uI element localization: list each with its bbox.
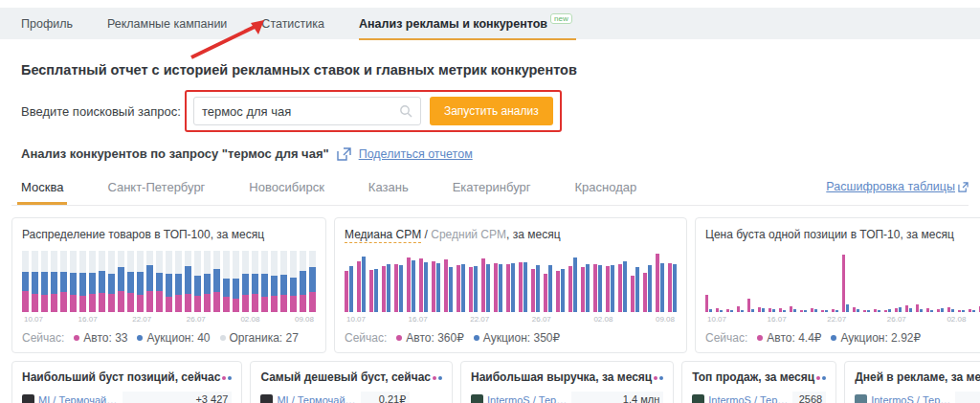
search-icon [399,104,412,118]
nav-item-3[interactable]: Анализ рекламы и конкурентовnew [359,17,572,31]
bar-segment-Аукцион [60,272,67,292]
x-tick: 22.07 [827,315,846,324]
product-link[interactable]: IntermoS / Термос ... [708,394,791,403]
chart-title: Медиана CPM / Средний CPM, за месяц [345,228,677,241]
bar-Аукцион [673,264,677,312]
nav-item-2[interactable]: Статистика [261,17,324,31]
product-link[interactable]: MI / Термочайник ... [38,394,121,403]
x-tick: 09.08 [295,315,314,324]
city-tab-4[interactable]: Екатеринбург [453,170,531,205]
legend-text: Авто: 360₽ [406,331,463,345]
product-thumbnail [692,394,704,403]
bar-pair [737,306,744,312]
bar-Аукцион [586,264,590,312]
bar-Авто [419,258,423,312]
bar-Аукцион [536,265,540,312]
bar-Авто [606,266,610,312]
bar-segment-Авто [290,296,297,312]
bar-Авто [758,307,761,312]
bar-Аукцион [920,309,923,312]
bar-Аукцион [899,307,902,312]
bar-Авто [643,273,647,312]
bar-segment-Органика [204,251,211,274]
nav-item-0[interactable]: Профиль [21,17,73,31]
bar-Авто [556,271,560,312]
bar-Авто [631,276,635,312]
stat-row: MI / Термочайник ...+3 427 [22,392,232,403]
legend-dot [822,376,826,380]
bar-Авто [874,309,877,312]
cpm-median-toggle[interactable]: Медиана CPM [345,228,421,243]
bar-segment-Органика [300,251,306,271]
bar-Авто [800,310,803,312]
bar-pair [969,309,975,312]
bar-Авто [705,295,708,312]
bar-segment-Органика [79,251,86,273]
stacked-bar [41,251,48,312]
nav-item-1[interactable]: Рекламные кампании [107,17,227,31]
bar-segment-Аукцион [300,271,306,296]
legend-dot [74,335,79,341]
bar-segment-Органика [22,251,29,272]
legend-text: Аукцион: 40 [146,331,210,345]
new-badge: new [550,13,572,24]
bar-Авто [790,306,792,312]
share-icon[interactable] [337,147,351,161]
value-bar-track: 0,21₽ [361,392,442,403]
bar-Аукцион [720,310,723,312]
table-legend-link[interactable]: Расшифровка таблицы [826,180,955,193]
bar-Аукцион [972,310,975,312]
stacked-bar [156,251,163,312]
product-link[interactable]: MI / Термочайник ... [277,394,359,403]
bar-segment-Аукцион [79,273,86,296]
bar-segment-Органика [89,251,96,273]
bar-pair [811,308,817,312]
stat-card-3: Топ продаж, за месяцIntermoS / Термос ..… [681,361,836,403]
product-link[interactable]: IntermoS / Термос ... [487,394,569,403]
bar-pair [768,308,775,312]
bar-Аукцион [611,265,614,312]
search-input[interactable]: термос для чая [193,97,421,125]
stat-row: IntermoS / Термос ...30 [855,392,980,403]
bar-pair [874,309,880,312]
bar-segment-Авто [223,297,230,312]
bar-Авто [916,304,919,312]
bar-Авто [407,257,411,312]
bar-Аукцион [623,261,627,312]
bar-pair [419,258,428,312]
value-bar: 1,4 млн [571,392,663,403]
product-link[interactable]: IntermoS / Термос ... [871,394,953,403]
title-suffix: , за месяц [506,228,560,241]
legend-dot [831,335,836,341]
bar-segment-Авто [300,295,306,312]
cpm-average-toggle[interactable]: Средний CPM [431,228,506,241]
city-tab-1[interactable]: Санкт-Петербург [107,170,205,205]
bar-segment-Органика [261,251,268,274]
bar-segment-Органика [118,251,124,267]
bar-segment-Авто [156,291,163,312]
bar-Авто [519,262,523,312]
bar-segment-Авто [213,292,220,312]
bar-segment-Аукцион [89,273,96,294]
city-tab-0[interactable]: Москва [21,170,63,205]
bar-Аукцион [648,265,652,312]
run-analysis-button[interactable]: Запустить анализ [430,97,553,125]
city-tab-2[interactable]: Новосибирск [249,170,324,205]
x-axis-labels: 10.0716.0722.0726.0702.0809.08 [345,315,677,324]
chart-card-boost-price: Цена буста одной позиции в ТОП-10, за ме… [695,217,980,353]
stacked-bar [32,251,38,312]
bar-segment-Аукцион [137,272,144,295]
stat-card-title: Самый дешевый буст, сейчас [260,370,442,384]
value-bar: 30 [955,392,980,403]
bar-segment-Органика [194,251,201,276]
bar-Аукцион [349,266,353,312]
city-tab-5[interactable]: Краснодар [574,170,636,205]
legend-dot [757,335,763,341]
legend-dot [137,335,143,341]
legend-item: Органика: 27 [220,331,299,345]
bar-pair [519,262,527,312]
share-report-link[interactable]: Поделиться отчетом [359,147,473,161]
bar-pair [618,261,627,312]
bar-pair [668,263,677,312]
city-tab-3[interactable]: Казань [368,170,409,205]
